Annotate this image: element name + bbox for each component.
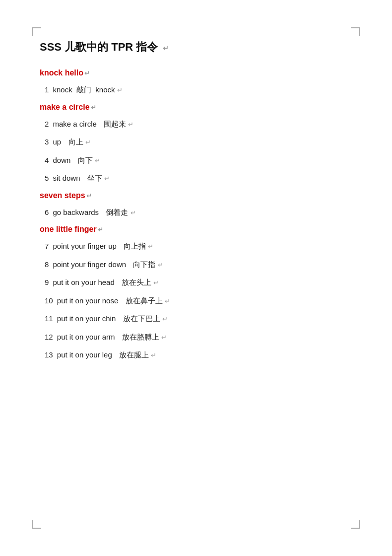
section-header-make-a-circle: make a circle↵ — [40, 103, 352, 112]
item-4: 4 down 向下 ↵ — [40, 155, 352, 166]
corner-mark-tr — [351, 27, 360, 36]
corner-mark-bl — [32, 520, 41, 529]
item-num: 13 — [45, 350, 53, 359]
item-num: 10 — [45, 296, 53, 305]
item-9: 9 put it on your head 放在头上 ↵ — [40, 277, 352, 288]
item-num: 12 — [45, 333, 53, 341]
item-1: 1 knock 敲门 knock ↵ — [40, 84, 352, 96]
item-num: 8 — [45, 260, 49, 269]
item-13: 13 put it on your leg 放在腿上 ↵ — [40, 349, 352, 361]
sections-container: knock hello↵1 knock 敲门 knock ↵make a cir… — [40, 69, 352, 361]
corner-mark-br — [351, 520, 360, 529]
page-title: SSS 儿歌中的 TPR 指令 ↵ — [40, 40, 352, 55]
item-5: 5 sit down 坐下 ↵ — [40, 173, 352, 184]
item-10: 10 put it on your nose 放在鼻子上 ↵ — [40, 295, 352, 307]
item-7: 7 point your finger up 向上指 ↵ — [40, 241, 352, 252]
item-num: 11 — [45, 314, 53, 323]
page-content: SSS 儿歌中的 TPR 指令 ↵ knock hello↵1 knock 敲门… — [40, 30, 352, 361]
corner-mark-tl — [32, 27, 41, 36]
item-num: 1 — [45, 85, 49, 94]
title-return-mark: ↵ — [163, 44, 169, 52]
item-num: 2 — [45, 120, 49, 128]
item-num: 7 — [45, 242, 49, 250]
page-title-text: SSS 儿歌中的 TPR 指令 — [40, 41, 158, 53]
item-11: 11 put it on your chin 放在下巴上 ↵ — [40, 313, 352, 325]
section-header-one-little-finger: one little finger↵ — [40, 225, 352, 234]
item-num: 3 — [45, 138, 49, 146]
section-header-knock-hello: knock hello↵ — [40, 69, 352, 77]
item-num: 4 — [45, 156, 49, 164]
section-header-seven-steps: seven steps↵ — [40, 191, 352, 200]
item-8: 8 point your finger down 向下指 ↵ — [40, 259, 352, 271]
item-12: 12 put it on your arm 放在胳膊上 ↵ — [40, 332, 352, 343]
item-6: 6 go backwards 倒着走 ↵ — [40, 207, 352, 218]
item-num: 5 — [45, 174, 49, 182]
item-2: 2 make a circle 围起来 ↵ — [40, 119, 352, 130]
item-num: 9 — [45, 278, 49, 286]
item-3: 3 up 向上 ↵ — [40, 137, 352, 148]
item-num: 6 — [45, 208, 49, 216]
